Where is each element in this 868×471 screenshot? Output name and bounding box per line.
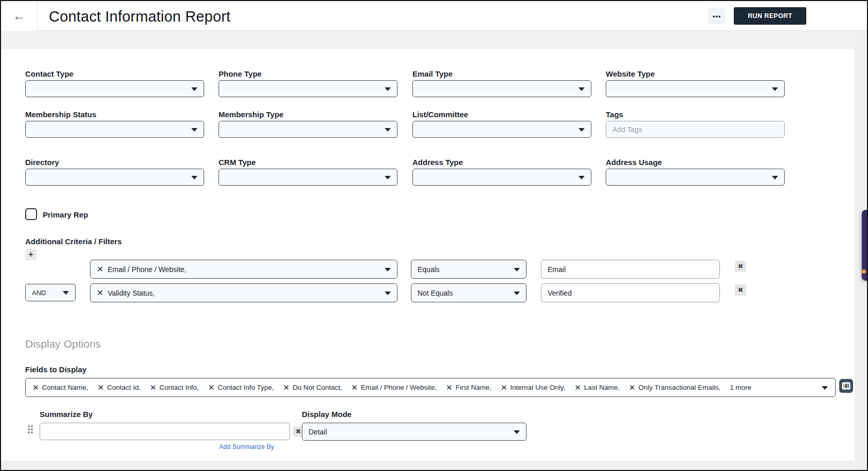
list-committee-select[interactable]: [412, 121, 591, 138]
column-settings-button[interactable]: [839, 379, 853, 393]
crm-type-select[interactable]: [219, 169, 397, 186]
display-mode-select[interactable]: Detail: [302, 423, 527, 441]
chevron-down-icon: [514, 430, 520, 434]
field-chip: ✕Internal Use Only,: [501, 384, 566, 391]
add-filter-button[interactable]: +: [25, 249, 37, 260]
chevron-down-icon: [191, 87, 197, 91]
criteria-field-select-2[interactable]: ✕ Validity Status,: [90, 283, 397, 302]
columns-icon: [842, 382, 851, 390]
chevron-down-icon: [578, 128, 585, 132]
remove-chip-icon[interactable]: ✕: [351, 384, 358, 391]
chevron-down-icon: [385, 87, 391, 91]
field-label-membership-type: Membership Type: [219, 110, 283, 119]
criteria-operator-value-2: Not Equals: [418, 289, 453, 297]
address-type-select[interactable]: [412, 169, 591, 186]
field-chip: ✕Contact Id,: [98, 384, 141, 391]
primary-rep-checkbox[interactable]: [25, 208, 37, 220]
field-label-crm-type: CRM Type: [219, 158, 256, 167]
remove-selection-icon[interactable]: ✕: [97, 265, 103, 274]
membership-type-select[interactable]: [219, 121, 397, 138]
field-label-directory: Directory: [25, 158, 59, 167]
criteria-field-value-2: Validity Status,: [107, 289, 155, 297]
chevron-down-icon: [385, 268, 391, 271]
chevron-down-icon: [385, 292, 391, 295]
field-label-phone-type: Phone Type: [219, 69, 262, 78]
close-icon: ✖: [738, 286, 743, 294]
criteria-field-select-1[interactable]: ✕ Email / Phone / Website,: [90, 260, 397, 279]
remove-chip-icon[interactable]: ✕: [283, 384, 290, 391]
tags-input[interactable]: [606, 121, 785, 138]
field-chip: ✕Last Name,: [574, 384, 620, 391]
email-type-select[interactable]: [412, 80, 591, 97]
field-chip: ✕Contact Info,: [150, 384, 199, 391]
criteria-value-input-2[interactable]: [541, 283, 720, 302]
membership-status-select[interactable]: [25, 121, 204, 138]
remove-chip-icon[interactable]: ✕: [98, 384, 104, 391]
chevron-down-icon: [822, 386, 828, 390]
chevron-down-icon: [514, 292, 520, 295]
phone-type-select[interactable]: [219, 80, 397, 97]
field-label-tags: Tags: [606, 110, 623, 119]
criteria-conjunction-value: AND: [32, 289, 46, 297]
remove-chip-icon[interactable]: ✕: [208, 384, 215, 391]
side-tab-logo-icon: [862, 269, 866, 274]
address-usage-select[interactable]: [606, 169, 785, 186]
drag-handle-icon[interactable]: [27, 425, 33, 433]
field-chip: ✕Only Transactional Emails,: [629, 384, 720, 391]
field-chip: ✕Contact Info Type,: [208, 384, 274, 391]
criteria-operator-select-2[interactable]: Not Equals: [411, 283, 527, 302]
chevron-down-icon: [578, 87, 585, 91]
add-summarize-by-link[interactable]: Add Summarize By: [219, 443, 274, 450]
criteria-field-value-1: Email / Phone / Website,: [107, 265, 186, 274]
remove-chip-icon[interactable]: ✕: [574, 384, 581, 391]
chevron-down-icon: [385, 176, 391, 179]
chevron-down-icon: [514, 268, 520, 271]
remove-chip-icon[interactable]: ✕: [150, 384, 157, 391]
chevron-down-icon: [191, 176, 197, 179]
chevron-down-icon: [385, 128, 391, 132]
criteria-value-input-1[interactable]: [541, 260, 720, 279]
remove-criteria-row-2-button[interactable]: ✖: [735, 284, 746, 296]
back-arrow-icon: ←: [13, 10, 25, 22]
chevron-down-icon: [772, 176, 778, 179]
website-type-select[interactable]: [606, 80, 785, 97]
back-button[interactable]: ←: [1, 1, 38, 31]
field-label-address-usage: Address Usage: [606, 158, 662, 167]
field-label-contact-type: Contact Type: [25, 69, 74, 78]
field-label-address-type: Address Type: [412, 158, 463, 167]
field-label-membership-status: Membership Status: [25, 110, 96, 119]
fields-to-display-label: Fields to Display: [25, 365, 86, 374]
remove-chip-icon[interactable]: ✕: [501, 384, 508, 391]
criteria-conjunction-select[interactable]: AND: [25, 284, 76, 301]
plus-icon: +: [28, 250, 33, 259]
remove-chip-icon[interactable]: ✕: [446, 384, 453, 391]
display-mode-value: Detail: [309, 428, 327, 436]
app-window: ← Contact Information Report ••• RUN REP…: [0, 0, 868, 471]
run-report-button[interactable]: RUN REPORT: [734, 7, 806, 25]
close-icon: ✖: [738, 263, 743, 270]
chevron-down-icon: [772, 87, 778, 91]
field-chip: ✕Contact Name,: [32, 384, 88, 391]
summarize-by-label: Summarize By: [40, 410, 93, 419]
remove-selection-icon[interactable]: ✕: [97, 289, 103, 297]
chevron-down-icon: [191, 128, 197, 132]
more-options-button[interactable]: •••: [708, 8, 726, 24]
remove-chip-icon[interactable]: ✕: [629, 384, 636, 391]
more-fields-count: 1 more: [730, 384, 751, 391]
field-label-website-type: Website Type: [606, 69, 655, 78]
remove-criteria-row-1-button[interactable]: ✖: [735, 261, 746, 272]
header-bar: ← Contact Information Report ••• RUN REP…: [1, 1, 867, 31]
remove-chip-icon[interactable]: ✕: [32, 384, 39, 391]
field-chip: ✕First Name,: [446, 384, 491, 391]
criteria-operator-select-1[interactable]: Equals: [411, 260, 527, 279]
side-feedback-tab[interactable]: [862, 210, 867, 281]
directory-select[interactable]: [25, 169, 204, 186]
contact-type-select[interactable]: [25, 80, 204, 97]
page-title: Contact Information Report: [49, 8, 230, 25]
field-label-email-type: Email Type: [412, 69, 453, 78]
summarize-by-input[interactable]: [40, 423, 290, 440]
criteria-operator-value-1: Equals: [418, 265, 440, 274]
chevron-down-icon: [63, 291, 69, 295]
fields-to-display-select[interactable]: ✕Contact Name, ✕Contact Id, ✕Contact Inf…: [25, 378, 836, 397]
primary-rep-label: Primary Rep: [43, 210, 88, 219]
